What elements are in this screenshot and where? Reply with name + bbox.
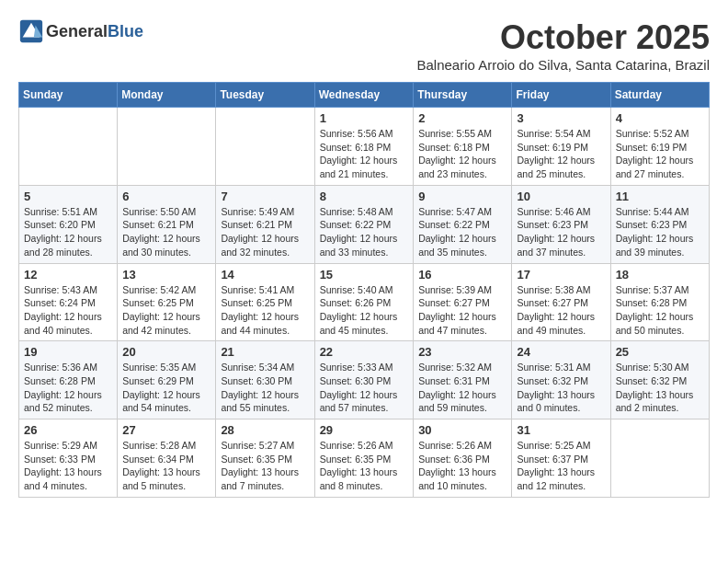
weekday-header-row: SundayMondayTuesdayWednesdayThursdayFrid… — [19, 83, 710, 108]
day-info: Sunrise: 5:52 AM Sunset: 6:19 PM Dayligh… — [616, 127, 704, 181]
calendar-cell: 11Sunrise: 5:44 AM Sunset: 6:23 PM Dayli… — [610, 185, 709, 263]
title-area: October 2025 Balneario Arroio do Silva, … — [416, 18, 710, 73]
weekday-header-friday: Friday — [512, 83, 610, 108]
day-info: Sunrise: 5:32 AM Sunset: 6:31 PM Dayligh… — [418, 361, 506, 415]
calendar-cell: 27Sunrise: 5:28 AM Sunset: 6:34 PM Dayli… — [118, 419, 216, 498]
calendar-cell: 19Sunrise: 5:36 AM Sunset: 6:28 PM Dayli… — [19, 341, 118, 419]
calendar-cell: 28Sunrise: 5:27 AM Sunset: 6:35 PM Dayli… — [216, 419, 314, 498]
day-number: 11 — [616, 190, 704, 203]
calendar-cell: 13Sunrise: 5:42 AM Sunset: 6:25 PM Dayli… — [118, 263, 216, 341]
day-info: Sunrise: 5:42 AM Sunset: 6:25 PM Dayligh… — [122, 283, 210, 338]
day-info: Sunrise: 5:27 AM Sunset: 6:35 PM Dayligh… — [221, 439, 309, 493]
day-info: Sunrise: 5:30 AM Sunset: 6:32 PM Dayligh… — [616, 361, 704, 415]
day-info: Sunrise: 5:54 AM Sunset: 6:19 PM Dayligh… — [517, 127, 605, 181]
calendar-cell: 16Sunrise: 5:39 AM Sunset: 6:27 PM Dayli… — [414, 263, 512, 341]
day-info: Sunrise: 5:25 AM Sunset: 6:37 PM Dayligh… — [517, 439, 605, 493]
calendar-cell: 18Sunrise: 5:37 AM Sunset: 6:28 PM Dayli… — [610, 263, 709, 341]
day-number: 8 — [320, 190, 409, 203]
day-number: 29 — [320, 423, 409, 437]
calendar-table: SundayMondayTuesdayWednesdayThursdayFrid… — [18, 82, 710, 498]
day-number: 15 — [320, 268, 409, 282]
calendar-cell: 6Sunrise: 5:50 AM Sunset: 6:21 PM Daylig… — [118, 185, 216, 263]
day-number: 19 — [24, 345, 112, 359]
calendar-week-5: 26Sunrise: 5:29 AM Sunset: 6:33 PM Dayli… — [19, 419, 710, 498]
calendar-cell: 7Sunrise: 5:49 AM Sunset: 6:21 PM Daylig… — [216, 185, 314, 263]
day-number: 14 — [221, 268, 309, 282]
calendar-cell: 30Sunrise: 5:26 AM Sunset: 6:36 PM Dayli… — [414, 419, 512, 498]
day-info: Sunrise: 5:35 AM Sunset: 6:29 PM Dayligh… — [122, 361, 210, 415]
calendar-cell — [19, 108, 118, 186]
day-info: Sunrise: 5:51 AM Sunset: 6:20 PM Dayligh… — [24, 205, 112, 259]
day-info: Sunrise: 5:41 AM Sunset: 6:25 PM Dayligh… — [221, 283, 309, 338]
day-info: Sunrise: 5:39 AM Sunset: 6:27 PM Dayligh… — [418, 283, 506, 338]
calendar-cell: 21Sunrise: 5:34 AM Sunset: 6:30 PM Dayli… — [216, 341, 314, 419]
calendar-cell: 26Sunrise: 5:29 AM Sunset: 6:33 PM Dayli… — [19, 419, 118, 498]
day-number: 23 — [418, 345, 506, 359]
day-info: Sunrise: 5:46 AM Sunset: 6:23 PM Dayligh… — [517, 205, 605, 259]
day-number: 9 — [418, 190, 506, 203]
day-info: Sunrise: 5:38 AM Sunset: 6:27 PM Dayligh… — [517, 283, 605, 338]
day-number: 21 — [221, 345, 309, 359]
calendar-cell — [610, 419, 709, 498]
day-number: 1 — [320, 111, 409, 125]
calendar-cell: 15Sunrise: 5:40 AM Sunset: 6:26 PM Dayli… — [314, 263, 414, 341]
weekday-header-thursday: Thursday — [414, 83, 512, 108]
day-info: Sunrise: 5:55 AM Sunset: 6:18 PM Dayligh… — [418, 127, 506, 181]
day-number: 3 — [517, 111, 605, 125]
calendar-cell: 2Sunrise: 5:55 AM Sunset: 6:18 PM Daylig… — [414, 108, 512, 186]
calendar-cell: 4Sunrise: 5:52 AM Sunset: 6:19 PM Daylig… — [610, 108, 709, 186]
day-info: Sunrise: 5:26 AM Sunset: 6:36 PM Dayligh… — [418, 439, 506, 493]
day-number: 24 — [517, 345, 605, 359]
day-number: 5 — [24, 190, 112, 203]
day-number: 2 — [418, 111, 506, 125]
calendar-cell: 10Sunrise: 5:46 AM Sunset: 6:23 PM Dayli… — [512, 185, 610, 263]
day-number: 26 — [24, 423, 112, 437]
day-info: Sunrise: 5:36 AM Sunset: 6:28 PM Dayligh… — [24, 361, 112, 415]
day-number: 18 — [616, 268, 704, 282]
calendar-cell — [216, 108, 314, 186]
calendar-week-4: 19Sunrise: 5:36 AM Sunset: 6:28 PM Dayli… — [19, 341, 710, 419]
calendar-cell: 5Sunrise: 5:51 AM Sunset: 6:20 PM Daylig… — [19, 185, 118, 263]
logo-general: General — [46, 22, 108, 40]
day-info: Sunrise: 5:50 AM Sunset: 6:21 PM Dayligh… — [122, 205, 210, 259]
day-number: 7 — [221, 190, 309, 203]
logo-icon — [18, 18, 44, 44]
calendar-cell: 17Sunrise: 5:38 AM Sunset: 6:27 PM Dayli… — [512, 263, 610, 341]
day-number: 17 — [517, 268, 605, 282]
calendar-cell: 8Sunrise: 5:48 AM Sunset: 6:22 PM Daylig… — [314, 185, 414, 263]
day-number: 10 — [517, 190, 605, 203]
day-info: Sunrise: 5:47 AM Sunset: 6:22 PM Dayligh… — [418, 205, 506, 259]
day-number: 25 — [616, 345, 704, 359]
day-info: Sunrise: 5:56 AM Sunset: 6:18 PM Dayligh… — [320, 127, 409, 181]
day-info: Sunrise: 5:29 AM Sunset: 6:33 PM Dayligh… — [24, 439, 112, 493]
day-info: Sunrise: 5:28 AM Sunset: 6:34 PM Dayligh… — [122, 439, 210, 493]
calendar-week-3: 12Sunrise: 5:43 AM Sunset: 6:24 PM Dayli… — [19, 263, 710, 341]
calendar-body: 1Sunrise: 5:56 AM Sunset: 6:18 PM Daylig… — [19, 108, 710, 498]
day-number: 28 — [221, 423, 309, 437]
day-number: 16 — [418, 268, 506, 282]
day-info: Sunrise: 5:44 AM Sunset: 6:23 PM Dayligh… — [616, 205, 704, 259]
day-number: 27 — [122, 423, 210, 437]
day-info: Sunrise: 5:43 AM Sunset: 6:24 PM Dayligh… — [24, 283, 112, 338]
day-info: Sunrise: 5:49 AM Sunset: 6:21 PM Dayligh… — [221, 205, 309, 259]
logo-blue: Blue — [108, 22, 143, 40]
day-number: 20 — [122, 345, 210, 359]
day-number: 31 — [517, 423, 605, 437]
calendar-cell: 12Sunrise: 5:43 AM Sunset: 6:24 PM Dayli… — [19, 263, 118, 341]
weekday-header-tuesday: Tuesday — [216, 83, 314, 108]
calendar-cell: 3Sunrise: 5:54 AM Sunset: 6:19 PM Daylig… — [512, 108, 610, 186]
day-info: Sunrise: 5:48 AM Sunset: 6:22 PM Dayligh… — [320, 205, 409, 259]
calendar-cell: 22Sunrise: 5:33 AM Sunset: 6:30 PM Dayli… — [314, 341, 414, 419]
calendar-cell: 9Sunrise: 5:47 AM Sunset: 6:22 PM Daylig… — [414, 185, 512, 263]
calendar-cell: 25Sunrise: 5:30 AM Sunset: 6:32 PM Dayli… — [610, 341, 709, 419]
day-number: 30 — [418, 423, 506, 437]
weekday-header-monday: Monday — [118, 83, 216, 108]
calendar-cell: 20Sunrise: 5:35 AM Sunset: 6:29 PM Dayli… — [118, 341, 216, 419]
calendar-cell: 23Sunrise: 5:32 AM Sunset: 6:31 PM Dayli… — [414, 341, 512, 419]
calendar-week-2: 5Sunrise: 5:51 AM Sunset: 6:20 PM Daylig… — [19, 185, 710, 263]
calendar-cell — [118, 108, 216, 186]
logo: GeneralBlue — [18, 18, 143, 44]
day-number: 6 — [122, 190, 210, 203]
day-info: Sunrise: 5:31 AM Sunset: 6:32 PM Dayligh… — [517, 361, 605, 415]
day-info: Sunrise: 5:40 AM Sunset: 6:26 PM Dayligh… — [320, 283, 409, 338]
